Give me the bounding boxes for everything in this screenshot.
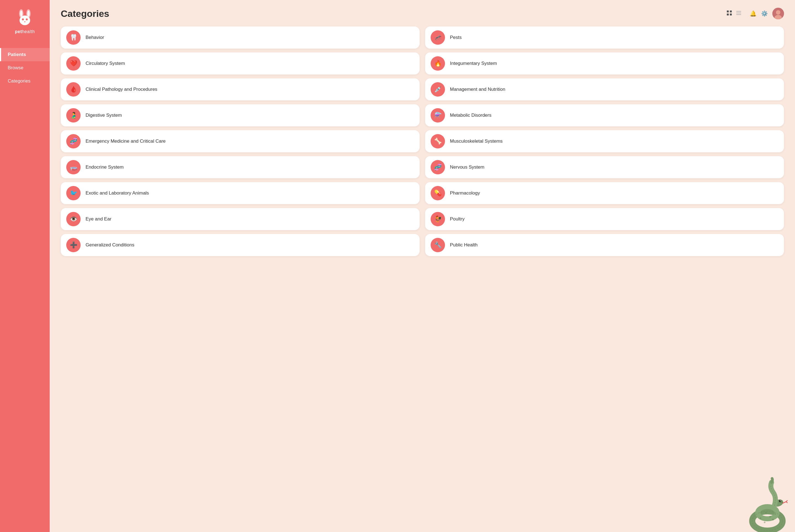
category-icon-generalized: ➕ [66,238,80,252]
category-icon-pharmacology: 💊 [431,186,445,200]
category-label-poultry: Poultry [450,216,465,222]
user-avatar[interactable] [772,8,784,19]
svg-rect-14 [730,14,732,16]
category-card-public-health[interactable]: 🔧Public Health [425,234,784,256]
header-actions: 🔔 ⚙️ [725,8,784,19]
category-icon-management: 💉 [431,82,445,97]
view-toggle [725,9,742,18]
page-title: Categories [61,8,109,19]
category-icon-metabolic: ⚗️ [431,108,445,122]
categories-content: 🦷Behavior❤️Circulatory System🩸Clinical P… [50,22,795,532]
logo-text: pethealth [15,29,35,34]
category-icon-poultry: 🐓 [431,212,445,226]
logo-icon [15,8,35,27]
main-content: Categories [50,0,795,532]
category-icon-behavior: 🦷 [66,30,80,45]
category-label-pharmacology: Pharmacology [450,190,480,196]
category-card-integumentary[interactable]: 🔥Integumentary System [425,53,784,75]
category-icon-clinical-path: 🩸 [66,82,80,97]
category-card-nervous[interactable]: 🧬Nervous System [425,156,784,178]
category-icon-exotic: 🐦 [66,186,80,200]
category-label-generalized: Generalized Conditions [86,242,134,248]
category-card-endocrine[interactable]: 🧫Endocrine System [61,156,420,178]
svg-point-4 [20,16,30,25]
category-card-clinical-path[interactable]: 🩸Clinical Pathology and Procedures [61,78,420,100]
page-header: Categories [50,0,795,22]
category-label-circulatory: Circulatory System [86,60,125,66]
svg-point-19 [776,10,780,15]
sidebar-item-patients[interactable]: Patients [0,48,50,61]
notification-bell-icon[interactable]: 🔔 [750,10,757,17]
category-label-management: Management and Nutrition [450,87,505,92]
categories-left-column: 🦷Behavior❤️Circulatory System🩸Clinical P… [61,26,420,527]
category-label-eye-ear: Eye and Ear [86,216,112,222]
category-label-musculoskeletal: Musculoskeletal Systems [450,138,503,144]
category-card-poultry[interactable]: 🐓Poultry [425,208,784,230]
logo-light: health [22,29,35,34]
category-card-digestive[interactable]: 🫃Digestive System [61,104,420,126]
sidebar-label-browse: Browse [8,65,23,71]
svg-rect-17 [736,14,741,15]
svg-rect-16 [736,13,741,13]
category-card-eye-ear[interactable]: 👁️Eye and Ear [61,208,420,230]
category-card-emergency[interactable]: 🧬Emergency Medicine and Critical Care [61,130,420,152]
category-label-nervous: Nervous System [450,164,484,170]
category-icon-public-health: 🔧 [431,238,445,252]
category-card-metabolic[interactable]: ⚗️Metabolic Disorders [425,104,784,126]
category-card-generalized[interactable]: ➕Generalized Conditions [61,234,420,256]
svg-point-2 [20,11,23,17]
svg-point-3 [27,11,30,17]
category-label-metabolic: Metabolic Disorders [450,112,491,118]
category-card-pharmacology[interactable]: 💊Pharmacology [425,182,784,204]
avatar-image [772,8,784,19]
category-card-exotic[interactable]: 🐦Exotic and Laboratory Animals [61,182,420,204]
category-card-management[interactable]: 💉Management and Nutrition [425,78,784,100]
category-icon-integumentary: 🔥 [431,56,445,71]
category-card-circulatory[interactable]: ❤️Circulatory System [61,53,420,75]
category-label-clinical-path: Clinical Pathology and Procedures [86,87,158,92]
nav-menu: Patients Browse Categories [0,48,50,88]
sidebar-item-browse[interactable]: Browse [0,61,50,75]
sidebar-label-patients: Patients [8,52,26,57]
settings-gear-icon[interactable]: ⚙️ [761,10,768,17]
category-icon-eye-ear: 👁️ [66,212,80,226]
category-label-digestive: Digestive System [86,112,122,118]
category-card-musculoskeletal[interactable]: 🦴Musculoskeletal Systems [425,130,784,152]
category-icon-musculoskeletal: 🦴 [431,134,445,149]
category-icon-nervous: 🧬 [431,160,445,174]
categories-right-column: 🦟Pests🔥Integumentary System💉Management a… [425,26,784,527]
sidebar: pethealth Patients Browse Categories [0,0,50,532]
category-card-pests[interactable]: 🦟Pests [425,26,784,49]
sidebar-item-categories[interactable]: Categories [0,75,50,88]
logo-bold: pet [15,29,22,34]
svg-rect-11 [727,11,729,13]
category-label-emergency: Emergency Medicine and Critical Care [86,138,166,144]
category-label-integumentary: Integumentary System [450,60,497,66]
svg-rect-13 [727,14,729,16]
category-label-pests: Pests [450,35,462,41]
category-icon-digestive: 🫃 [66,108,80,122]
grid-view-button[interactable] [725,9,733,18]
svg-rect-12 [730,11,732,13]
category-label-behavior: Behavior [86,35,104,41]
sidebar-label-categories: Categories [8,78,30,84]
category-icon-pests: 🦟 [431,30,445,45]
category-icon-emergency: 🧬 [66,134,80,149]
category-icon-circulatory: ❤️ [66,56,80,71]
category-label-public-health: Public Health [450,242,478,248]
category-card-behavior[interactable]: 🦷Behavior [61,26,420,49]
list-view-button[interactable] [735,9,742,18]
category-label-exotic: Exotic and Laboratory Animals [86,190,149,196]
logo-area: pethealth [15,8,35,34]
category-icon-endocrine: 🧫 [66,160,80,174]
category-label-endocrine: Endocrine System [86,164,124,170]
svg-rect-15 [736,11,741,12]
